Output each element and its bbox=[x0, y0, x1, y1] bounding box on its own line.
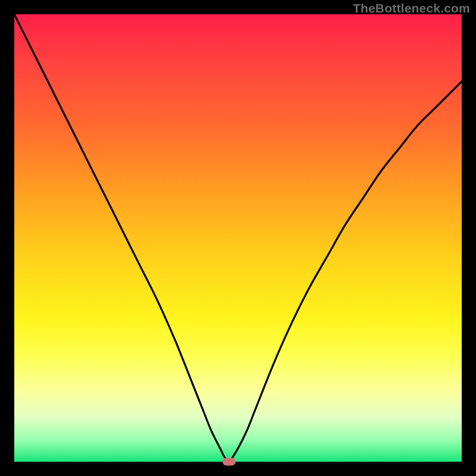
bottleneck-curve bbox=[14, 14, 462, 462]
watermark-text: TheBottleneck.com bbox=[353, 1, 470, 15]
minimum-marker bbox=[223, 458, 236, 466]
curve-svg bbox=[14, 14, 462, 462]
plot-area bbox=[14, 14, 462, 462]
chart-frame: TheBottleneck.com bbox=[0, 0, 476, 476]
